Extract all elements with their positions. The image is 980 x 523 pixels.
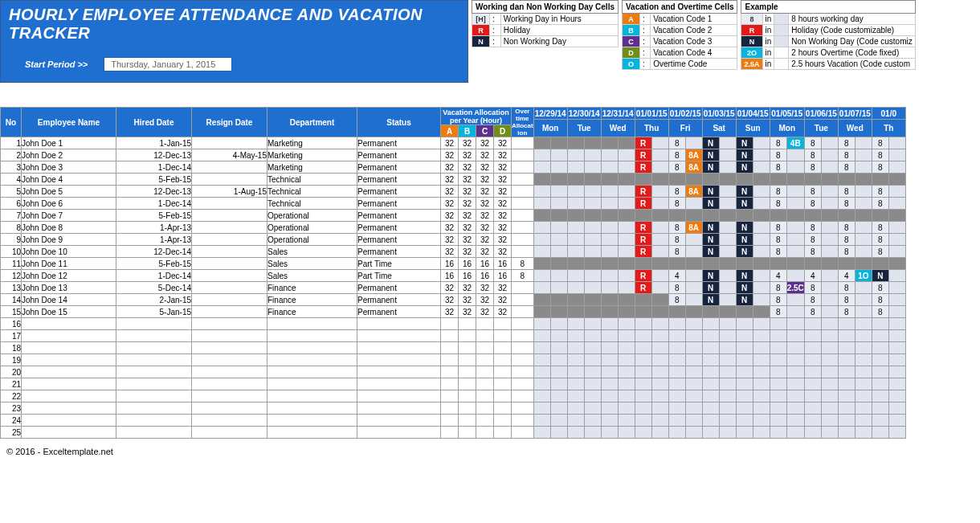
day-cell-code[interactable] xyxy=(685,282,702,294)
day-cell[interactable]: 8 xyxy=(770,161,786,174)
day-cell-code[interactable]: 2.5C xyxy=(786,282,804,294)
day-cell[interactable] xyxy=(533,294,550,306)
cell-no[interactable]: 1 xyxy=(1,137,22,149)
day-cell[interactable]: 8 xyxy=(668,294,685,306)
day-cell[interactable]: N xyxy=(736,198,753,210)
day-cell[interactable]: 8 xyxy=(838,137,855,149)
day-cell[interactable] xyxy=(533,210,550,222)
day-cell[interactable] xyxy=(601,282,618,294)
cell-vac[interactable]: 16 xyxy=(494,270,512,282)
day-cell[interactable] xyxy=(533,149,550,161)
day-cell-code[interactable] xyxy=(855,234,872,246)
day-cell[interactable]: 8 xyxy=(838,198,855,210)
day-cell-code[interactable] xyxy=(821,282,838,294)
day-cell[interactable]: R xyxy=(635,149,651,161)
cell-no[interactable]: 15 xyxy=(1,306,22,318)
day-cell-code[interactable] xyxy=(719,137,736,149)
day-cell[interactable] xyxy=(668,174,685,186)
day-cell[interactable] xyxy=(736,258,753,270)
cell-hired[interactable]: 1-Apr-13 xyxy=(116,222,192,234)
cell-vac[interactable]: 32 xyxy=(494,186,512,198)
day-cell[interactable] xyxy=(567,270,584,282)
cell-no[interactable]: 23 xyxy=(1,402,22,415)
day-cell[interactable] xyxy=(533,270,550,282)
cell-ot[interactable]: 8 xyxy=(512,258,534,270)
day-cell-code[interactable] xyxy=(786,161,804,174)
day-cell-code[interactable] xyxy=(786,198,804,210)
cell-ot[interactable] xyxy=(512,294,534,306)
day-cell-code[interactable] xyxy=(855,210,872,222)
day-cell[interactable]: 8 xyxy=(872,246,888,258)
cell-hired[interactable]: 1-Dec-14 xyxy=(116,270,192,282)
day-cell-code[interactable] xyxy=(618,149,635,161)
day-cell-code[interactable] xyxy=(719,306,736,318)
cell-no[interactable]: 3 xyxy=(1,161,22,174)
day-cell[interactable] xyxy=(838,258,855,270)
day-cell[interactable] xyxy=(567,294,584,306)
day-cell-code[interactable] xyxy=(888,186,905,198)
cell-status[interactable]: Permanent xyxy=(357,161,441,174)
day-cell[interactable] xyxy=(770,210,786,222)
day-cell-code[interactable] xyxy=(753,186,770,198)
day-cell[interactable] xyxy=(567,198,584,210)
cell-dept[interactable]: Finance xyxy=(267,294,357,306)
cell-vac[interactable]: 16 xyxy=(459,270,476,282)
day-cell-code[interactable] xyxy=(651,137,668,149)
cell-name[interactable]: John Doe 15 xyxy=(22,306,116,318)
cell-hired[interactable]: 5-Dec-14 xyxy=(116,282,192,294)
cell-resign[interactable] xyxy=(192,258,267,270)
day-cell-code[interactable] xyxy=(685,137,702,149)
cell-resign[interactable] xyxy=(192,198,267,210)
day-cell[interactable]: N xyxy=(702,294,719,306)
day-cell[interactable] xyxy=(635,258,651,270)
day-cell-code[interactable] xyxy=(584,149,601,161)
day-cell-code[interactable]: 4B xyxy=(786,137,804,149)
day-cell-code[interactable] xyxy=(753,270,770,282)
day-cell[interactable]: 8 xyxy=(770,222,786,234)
day-cell-code[interactable] xyxy=(685,210,702,222)
cell-status[interactable]: Permanent xyxy=(357,282,441,294)
cell-ot[interactable] xyxy=(512,234,534,246)
day-cell-code[interactable] xyxy=(651,210,668,222)
day-cell-code[interactable] xyxy=(584,174,601,186)
day-cell[interactable]: 8 xyxy=(668,234,685,246)
day-cell-code[interactable] xyxy=(786,149,804,161)
day-cell-code[interactable] xyxy=(651,234,668,246)
cell-ot[interactable] xyxy=(512,161,534,174)
day-cell[interactable]: 8 xyxy=(872,282,888,294)
day-cell-code[interactable] xyxy=(550,186,567,198)
cell-status[interactable]: Permanent xyxy=(357,137,441,149)
cell-resign[interactable] xyxy=(192,306,267,318)
cell-name[interactable]: John Doe 3 xyxy=(22,161,116,174)
day-cell[interactable] xyxy=(635,306,651,318)
day-cell[interactable] xyxy=(601,137,618,149)
day-cell-code[interactable] xyxy=(786,210,804,222)
day-cell-code[interactable] xyxy=(584,198,601,210)
day-cell-code[interactable] xyxy=(651,294,668,306)
day-cell[interactable] xyxy=(770,258,786,270)
day-cell[interactable]: 8 xyxy=(872,234,888,246)
cell-vac[interactable]: 32 xyxy=(476,186,494,198)
day-cell-code[interactable] xyxy=(584,210,601,222)
cell-hired[interactable]: 5-Feb-15 xyxy=(116,210,192,222)
day-cell-code[interactable] xyxy=(888,246,905,258)
cell-vac[interactable]: 16 xyxy=(476,270,494,282)
cell-vac[interactable]: 32 xyxy=(459,198,476,210)
cell-ot[interactable] xyxy=(512,222,534,234)
cell-dept[interactable]: Sales xyxy=(267,270,357,282)
day-cell[interactable] xyxy=(702,258,719,270)
day-cell-code[interactable] xyxy=(786,186,804,198)
day-cell[interactable] xyxy=(804,174,821,186)
day-cell-code[interactable] xyxy=(651,149,668,161)
cell-no[interactable]: 19 xyxy=(1,354,22,366)
day-cell[interactable]: 8 xyxy=(668,137,685,149)
cell-vac[interactable]: 32 xyxy=(441,174,459,186)
day-cell-code[interactable] xyxy=(753,258,770,270)
day-cell[interactable] xyxy=(533,161,550,174)
cell-hired[interactable]: 1-Jan-15 xyxy=(116,137,192,149)
day-cell-code[interactable] xyxy=(855,246,872,258)
day-cell[interactable]: 8 xyxy=(872,222,888,234)
day-cell-code[interactable] xyxy=(719,222,736,234)
cell-vac[interactable]: 32 xyxy=(494,174,512,186)
day-cell[interactable] xyxy=(567,161,584,174)
